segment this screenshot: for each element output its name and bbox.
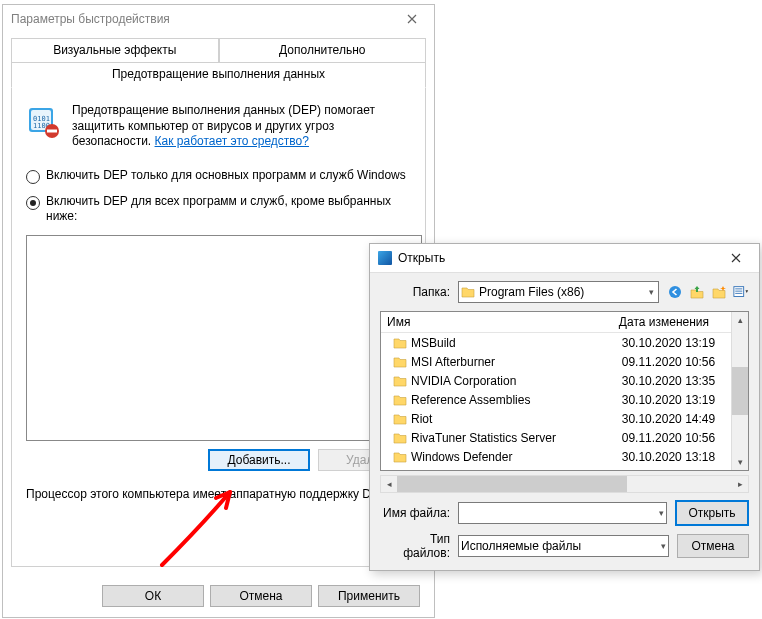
svg-point-6: [669, 286, 681, 298]
close-icon[interactable]: [394, 9, 430, 29]
tab-visual-effects[interactable]: Визуальные эффекты: [11, 38, 219, 63]
file-row[interactable]: MSI Afterburner09.11.2020 10:56: [381, 352, 731, 371]
svg-rect-10: [735, 293, 742, 294]
view-menu-icon[interactable]: [733, 284, 749, 300]
folder-icon: [393, 375, 407, 387]
scroll-left-icon[interactable]: ◂: [381, 476, 397, 492]
file-date: 30.10.2020 13:19: [622, 336, 731, 350]
dep-shield-icon: 0101 1100: [26, 105, 60, 139]
cancel-button[interactable]: Отмена: [210, 585, 312, 607]
column-name[interactable]: Имя: [381, 312, 613, 332]
radio-icon: [26, 170, 40, 184]
perf-dialog-footer: ОК Отмена Применить: [102, 585, 420, 607]
file-list-area: Имя Дата изменения MSBuild30.10.2020 13:…: [380, 311, 749, 471]
file-date: 30.10.2020 14:49: [622, 412, 731, 426]
dep-cpu-note: Процессор этого компьютера имеет аппарат…: [26, 487, 411, 501]
file-name: Riot: [411, 412, 622, 426]
tab-host: Визуальные эффекты Дополнительно Предотв…: [11, 37, 426, 567]
dep-tab-panel: 0101 1100 Предотвращение выполнения данн…: [11, 87, 426, 567]
up-icon[interactable]: [689, 284, 705, 300]
scroll-up-icon[interactable]: ▴: [732, 312, 748, 328]
file-date: 30.10.2020 13:18: [622, 450, 731, 464]
chevron-down-icon: ▾: [649, 287, 656, 297]
folder-icon: [393, 451, 407, 463]
filename-input[interactable]: ▾: [458, 502, 667, 524]
chevron-down-icon[interactable]: ▾: [661, 541, 666, 551]
folder-icon: [393, 432, 407, 444]
open-toolbar: [667, 284, 749, 300]
folder-icon: [393, 413, 407, 425]
back-icon[interactable]: [667, 284, 683, 300]
cancel-button[interactable]: Отмена: [677, 534, 749, 558]
file-row[interactable]: Windows Defender30.10.2020 13:18: [381, 447, 731, 466]
file-name: Windows Defender: [411, 450, 622, 464]
file-name: NVIDIA Corporation: [411, 374, 622, 388]
file-row[interactable]: NVIDIA Corporation30.10.2020 13:35: [381, 371, 731, 390]
folder-icon: [393, 356, 407, 368]
perf-titlebar: Параметры быстродействия: [3, 5, 434, 33]
file-name: MSBuild: [411, 336, 622, 350]
radio-dep-all[interactable]: Включить DEP для всех программ и служб, …: [26, 194, 406, 225]
folder-value: Program Files (x86): [479, 285, 584, 299]
file-row[interactable]: MSBuild30.10.2020 13:19: [381, 333, 731, 352]
scroll-right-icon[interactable]: ▸: [732, 476, 748, 492]
radio-label: Включить DEP для всех программ и служб, …: [46, 194, 406, 225]
filetype-value: Исполняемые файлы: [461, 539, 581, 553]
file-row[interactable]: Riot30.10.2020 14:49: [381, 409, 731, 428]
tab-dep[interactable]: Предотвращение выполнения данных: [11, 62, 426, 88]
open-title-label: Открыть: [398, 251, 445, 265]
new-folder-icon[interactable]: [711, 284, 727, 300]
folder-icon: [461, 286, 475, 298]
column-date[interactable]: Дата изменения: [613, 312, 731, 332]
filetype-label: Тип файлов:: [380, 532, 450, 560]
perf-title: Параметры быстродействия: [11, 12, 170, 26]
tab-advanced[interactable]: Дополнительно: [219, 38, 427, 63]
file-open-dialog: Открыть Папка: Program Files (x86) ▾: [369, 243, 760, 571]
folder-icon: [393, 394, 407, 406]
horizontal-scrollbar[interactable]: ◂ ▸: [380, 475, 749, 493]
folder-label: Папка:: [380, 285, 450, 299]
dep-intro-text: Предотвращение выполнения данных (DEP) п…: [72, 103, 411, 150]
filename-label: Имя файла:: [380, 506, 450, 520]
chevron-down-icon[interactable]: ▾: [659, 508, 664, 518]
file-name: Reference Assemblies: [411, 393, 622, 407]
ok-button[interactable]: ОК: [102, 585, 204, 607]
svg-rect-5: [47, 130, 57, 133]
file-list-headers: Имя Дата изменения: [381, 312, 731, 333]
file-date: 30.10.2020 13:35: [622, 374, 731, 388]
dep-exception-list[interactable]: [26, 235, 422, 441]
vertical-scrollbar[interactable]: ▴ ▾: [731, 312, 748, 470]
file-row[interactable]: RivaTuner Statistics Server09.11.2020 10…: [381, 428, 731, 447]
file-date: 09.11.2020 10:56: [622, 431, 731, 445]
file-row[interactable]: Reference Assemblies30.10.2020 13:19: [381, 390, 731, 409]
radio-label: Включить DEP только для основных програм…: [46, 168, 406, 184]
add-button[interactable]: Добавить...: [208, 449, 310, 471]
scroll-down-icon[interactable]: ▾: [732, 454, 748, 470]
folder-combobox[interactable]: Program Files (x86) ▾: [458, 281, 659, 303]
open-button[interactable]: Открыть: [675, 500, 749, 526]
svg-rect-9: [735, 291, 742, 292]
svg-rect-8: [735, 288, 742, 289]
dep-help-link[interactable]: Как работает это средство?: [155, 134, 309, 148]
scroll-thumb[interactable]: [732, 367, 748, 415]
file-date: 09.11.2020 10:56: [622, 355, 731, 369]
radio-dep-essential[interactable]: Включить DEP только для основных програм…: [26, 168, 406, 184]
file-name: MSI Afterburner: [411, 355, 622, 369]
file-date: 30.10.2020 13:19: [622, 393, 731, 407]
hscroll-thumb[interactable]: [397, 476, 627, 492]
close-icon[interactable]: [719, 247, 753, 269]
pc-icon: [378, 251, 392, 265]
open-titlebar: Открыть: [370, 244, 759, 273]
radio-checked-icon: [26, 196, 40, 210]
apply-button[interactable]: Применить: [318, 585, 420, 607]
filetype-select[interactable]: Исполняемые файлы ▾: [458, 535, 669, 557]
file-name: RivaTuner Statistics Server: [411, 431, 622, 445]
folder-icon: [393, 337, 407, 349]
